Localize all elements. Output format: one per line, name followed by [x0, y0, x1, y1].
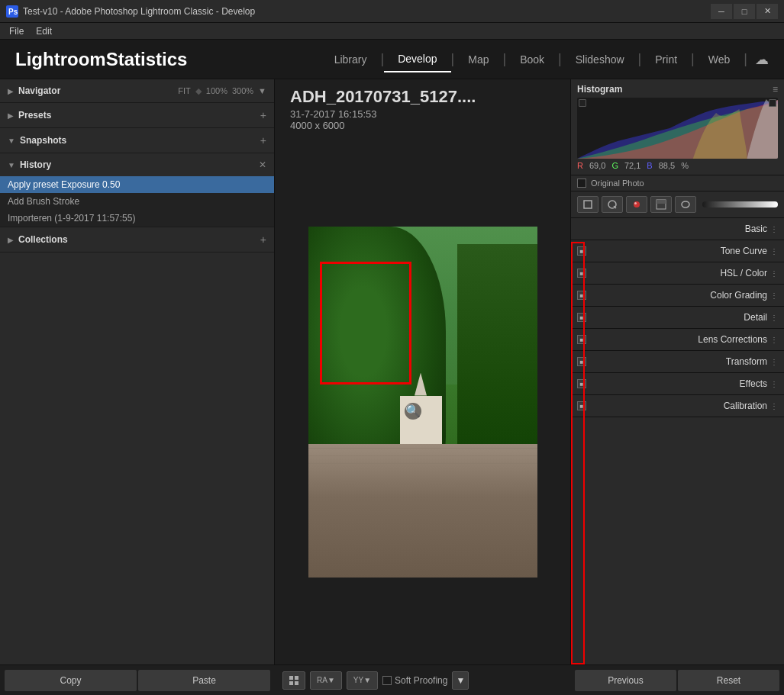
nav-slideshow[interactable]: Slideshow — [562, 47, 638, 72]
presets-section: ▶ Presets + — [0, 103, 274, 128]
radial-filter-tool[interactable] — [675, 196, 696, 213]
soft-proof-dropdown-button[interactable]: ▼ — [452, 671, 469, 690]
graduated-filter-tool[interactable] — [650, 196, 672, 213]
hsl-toggle[interactable]: ■ — [577, 269, 586, 278]
histogram-g-label: G — [611, 161, 618, 170]
color-grading-section: ■ Color Grading ⋮ — [571, 285, 784, 307]
cloud-icon[interactable]: ☁ — [755, 51, 769, 68]
main-layout: ▶ Navigator FIT ◆ 100% 300% ▼ ▶ Presets … — [0, 79, 784, 664]
basic-section: Basic ⋮ — [571, 218, 784, 240]
basic-menu-icon[interactable]: ⋮ — [770, 225, 778, 233]
history-header[interactable]: ▼ History ✕ — [0, 153, 274, 176]
collections-add-button[interactable]: + — [260, 233, 266, 246]
crop-tool[interactable] — [577, 196, 598, 213]
tone-curve-toggle[interactable]: ■ — [577, 246, 586, 256]
histogram-clipping-shadows[interactable] — [579, 99, 586, 107]
navigator-300[interactable]: 300% — [232, 86, 253, 95]
histogram-clipping-highlights[interactable] — [769, 99, 776, 107]
view-grid-button[interactable] — [282, 671, 305, 690]
reset-button[interactable]: Reset — [678, 670, 779, 691]
nav-print[interactable]: Print — [641, 47, 691, 72]
lens-corrections-header[interactable]: ■ Lens Corrections ⋮ — [571, 329, 784, 350]
soft-proof-checkbox[interactable] — [382, 676, 392, 685]
minimize-button[interactable]: ─ — [711, 4, 732, 19]
previous-button[interactable]: Previous — [575, 670, 676, 691]
histogram-header: Histogram ≡ — [577, 84, 778, 95]
nav-map[interactable]: Map — [454, 47, 502, 72]
histogram-r-label: R — [577, 161, 583, 170]
menu-file[interactable]: File — [3, 24, 30, 38]
tone-curve-header[interactable]: ■ Tone Curve ⋮ — [571, 240, 784, 262]
spot-removal-tool[interactable] — [602, 196, 623, 213]
navigator-header[interactable]: ▶ Navigator FIT ◆ 100% 300% ▼ — [0, 79, 274, 102]
effects-toggle[interactable]: ■ — [577, 379, 586, 388]
histogram-canvas — [577, 98, 778, 159]
snapshots-header[interactable]: ▼ Snapshots + — [0, 128, 274, 153]
soft-proof-label: Soft Proofing — [395, 675, 447, 686]
navigator-fit[interactable]: FIT — [178, 86, 191, 95]
history-arrow: ▼ — [8, 161, 15, 169]
history-item-brush-stroke[interactable]: Add Brush Stroke — [0, 193, 274, 210]
photo-container[interactable]: 🔍 — [275, 139, 570, 664]
navigator-title: Navigator — [18, 85, 178, 96]
history-close-button[interactable]: ✕ — [259, 159, 266, 170]
maximize-button[interactable]: □ — [734, 4, 755, 19]
app-icon: Ps — [6, 5, 18, 18]
color-grading-header[interactable]: ■ Color Grading ⋮ — [571, 285, 784, 306]
calibration-header[interactable]: ■ Calibration ⋮ — [571, 395, 784, 417]
bottom-right-buttons: Previous Reset — [570, 670, 784, 691]
hsl-color-header[interactable]: ■ HSL / Color ⋮ — [571, 262, 784, 284]
exposure-slider[interactable] — [702, 201, 778, 208]
presets-arrow: ▶ — [8, 111, 14, 120]
detail-toggle[interactable]: ■ — [577, 313, 586, 322]
transform-menu-icon[interactable]: ⋮ — [770, 358, 778, 366]
detail-menu-icon[interactable]: ⋮ — [770, 314, 778, 322]
detail-header[interactable]: ■ Detail ⋮ — [571, 307, 784, 328]
original-photo-checkbox[interactable] — [577, 179, 586, 188]
histogram-menu-icon[interactable]: ≡ — [773, 84, 778, 95]
history-item-apply-preset[interactable]: Apply preset Exposure 0.50 — [0, 176, 274, 193]
color-grading-title: Color Grading — [591, 290, 767, 301]
presets-header[interactable]: ▶ Presets + — [0, 103, 274, 127]
color-grading-menu-icon[interactable]: ⋮ — [770, 291, 778, 300]
histogram-chart — [577, 98, 778, 159]
history-item-import[interactable]: Importeren (1-9-2017 11:57:55) — [0, 210, 274, 227]
presets-add-button[interactable]: + — [260, 109, 266, 121]
navigator-expand[interactable]: ▼ — [258, 86, 266, 95]
hsl-menu-icon[interactable]: ⋮ — [770, 269, 778, 278]
lens-corrections-title: Lens Corrections — [591, 334, 767, 345]
hsl-color-section: ■ HSL / Color ⋮ — [571, 262, 784, 285]
lens-corrections-toggle[interactable]: ■ — [577, 335, 586, 344]
color-grading-toggle[interactable]: ■ — [577, 291, 586, 300]
calibration-toggle[interactable]: ■ — [577, 401, 586, 410]
histogram-b-label: B — [647, 161, 652, 170]
nav-web[interactable]: Web — [695, 47, 744, 72]
transform-header[interactable]: ■ Transform ⋮ — [571, 351, 784, 372]
calibration-menu-icon[interactable]: ⋮ — [770, 402, 778, 410]
close-button[interactable]: ✕ — [757, 4, 778, 19]
calibration-title: Calibration — [591, 401, 767, 411]
transform-toggle[interactable]: ■ — [577, 357, 586, 366]
paste-button[interactable]: Paste — [138, 670, 270, 691]
presets-title: Presets — [18, 110, 260, 121]
tone-curve-menu-icon[interactable]: ⋮ — [770, 247, 778, 256]
redeye-tool[interactable] — [626, 196, 647, 213]
snapshots-add-button[interactable]: + — [260, 134, 266, 146]
navigator-100[interactable]: 100% — [206, 86, 227, 95]
nav-develop[interactable]: Develop — [384, 47, 450, 72]
effects-header[interactable]: ■ Effects ⋮ — [571, 373, 784, 394]
compare-button[interactable]: RA▼ — [310, 671, 342, 690]
effects-title: Effects — [591, 378, 767, 389]
effects-menu-icon[interactable]: ⋮ — [770, 380, 778, 388]
bottom-bar: Copy Paste RA▼ YY▼ Soft Proofing ▼ Previ… — [0, 664, 784, 695]
lens-corrections-menu-icon[interactable]: ⋮ — [770, 336, 778, 344]
nav-book[interactable]: Book — [506, 47, 558, 72]
svg-rect-10 — [289, 676, 293, 680]
effects-section: ■ Effects ⋮ — [571, 373, 784, 395]
collections-header[interactable]: ▶ Collections + — [0, 227, 274, 252]
menu-edit[interactable]: Edit — [30, 24, 58, 38]
secondary-button[interactable]: YY▼ — [347, 671, 378, 690]
copy-button[interactable]: Copy — [5, 670, 137, 691]
basic-section-header[interactable]: Basic ⋮ — [571, 218, 784, 240]
nav-library[interactable]: Library — [321, 47, 381, 72]
